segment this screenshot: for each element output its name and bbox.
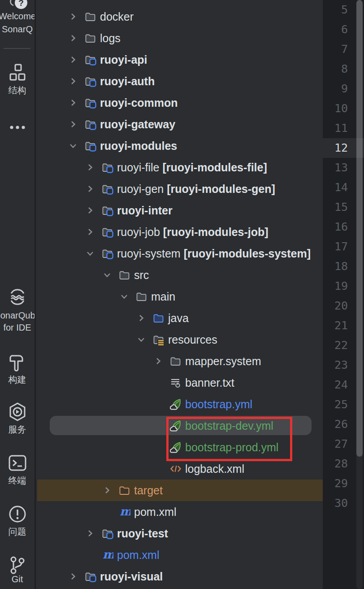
chevron-down-icon[interactable] (119, 291, 130, 302)
chevron-spacer (102, 506, 113, 518)
tree-row-mapper.system[interactable]: mapper.system (37, 350, 323, 372)
tree-item-label: java (168, 312, 189, 325)
sidebar-label-git: Git (0, 574, 35, 585)
tree-item-label: pom.xml (117, 549, 159, 562)
tree-item-label: resources (168, 333, 217, 346)
help-bubble-icon: ? (8, 0, 27, 13)
tree-scrollbar-thumb[interactable] (356, 0, 363, 457)
tree-item-label: ruoyi-inter (117, 204, 173, 217)
tree-row-pom.xml[interactable]: mpom.xml (37, 544, 323, 566)
tree-row-target[interactable]: target (37, 480, 323, 501)
tree-item-label: ruoyi-gateway (100, 118, 175, 131)
chevron-down-icon (85, 248, 95, 259)
services-icon (8, 402, 27, 422)
module-folder-icon (102, 248, 113, 259)
chevron-right-icon[interactable] (85, 528, 95, 539)
tree-row-ruoyi-api[interactable]: ruoyi-api (37, 49, 323, 70)
sidebar-label-problems: 问题 (0, 526, 35, 538)
chevron-right-icon[interactable] (85, 226, 95, 238)
tool-window-stripe: ? Welcome SonarQ 结构SonarQubefor IDE构建服务终… (0, 0, 36, 589)
sidebar-item-git[interactable] (0, 555, 35, 575)
tree-row-resources[interactable]: resources (37, 329, 323, 350)
sidebar-label-terminal: 终端 (0, 475, 35, 487)
tree-row-ruoyi-auth[interactable]: ruoyi-auth (37, 70, 323, 92)
tree-row-ruoyi-gen[interactable]: ruoyi-gen [ruoyi-modules-gen] (37, 178, 323, 200)
tree-row-ruoyi-modules[interactable]: ruoyi-modules (37, 135, 323, 157)
chevron-down-icon (136, 334, 147, 345)
tree-row-logback.xml[interactable]: logback.xml (37, 458, 323, 480)
tree-row-main[interactable]: main (37, 286, 323, 307)
tree-item-label: banner.txt (185, 376, 234, 389)
sidebar-item-structure[interactable] (0, 63, 35, 83)
hammer-icon (8, 353, 27, 372)
spring-file-icon (170, 398, 182, 410)
tree-item-label: ruoyi-visual (100, 570, 163, 583)
module-folder-icon (85, 75, 96, 87)
sidebar-item-problems[interactable] (0, 504, 35, 524)
sidebar-item-build[interactable] (0, 353, 35, 372)
tree-row-java[interactable]: java (37, 307, 323, 329)
chevron-right-icon[interactable] (68, 571, 78, 582)
chevron-right-icon[interactable] (68, 11, 78, 22)
tree-row-ruoyi-inter[interactable]: ruoyi-inter (37, 200, 323, 221)
chevron-right-icon[interactable] (68, 97, 78, 109)
sidebar-item-sonarqube[interactable] (0, 287, 35, 307)
tree-item-label: main (151, 290, 175, 303)
chevron-right-icon[interactable] (68, 75, 78, 87)
project-tree: dockerlogsruoyi-apiruoyi-authruoyi-commo… (37, 0, 323, 589)
chevron-down-icon[interactable] (136, 334, 147, 345)
tree-row-ruoyi-gateway[interactable]: ruoyi-gateway (37, 113, 323, 135)
chevron-right-icon[interactable] (85, 161, 95, 173)
folder-icon (170, 355, 182, 367)
chevron-right-icon[interactable] (102, 484, 113, 496)
tree-row-ruoyi-system[interactable]: ruoyi-system [ruoyi-modules-system] (37, 243, 323, 264)
chevron-spacer (85, 549, 95, 561)
chevron-right-icon[interactable] (68, 118, 78, 130)
chevron-down-icon[interactable] (85, 248, 95, 259)
tree-item-label: target (134, 484, 163, 497)
chevron-right-icon[interactable] (85, 183, 95, 195)
tree-row-ruoyi-visual[interactable]: ruoyi-visual (37, 566, 323, 587)
tree-row-banner.txt[interactable]: banner.txt (37, 372, 323, 393)
chevron-right-icon[interactable] (153, 355, 164, 367)
tree-item-label: ruoyi-api (100, 53, 147, 66)
tree-item-label: src (134, 269, 149, 282)
tree-item-label: ruoyi-auth (100, 75, 155, 88)
sidebar-label-services: 服务 (0, 423, 35, 436)
tree-row-bootstrap.yml[interactable]: bootstrap.yml (37, 393, 323, 415)
chevron-right-icon[interactable] (68, 32, 78, 44)
chevron-spacer (153, 420, 164, 432)
folder-icon (85, 11, 96, 22)
tree-row-logs[interactable]: logs (37, 27, 323, 49)
module-folder-icon (85, 140, 96, 152)
tree-row-ruoyi-job[interactable]: ruoyi-job [ruoyi-modules-job] (37, 221, 323, 243)
maven-file-icon: m (102, 549, 113, 561)
module-folder-icon (85, 118, 96, 130)
chevron-right-icon (68, 32, 78, 44)
sidebar-item-welcome-sonarqube[interactable]: ? (0, 0, 35, 13)
tree-row-pom.xml[interactable]: mpom.xml (37, 501, 323, 523)
chevron-down-icon (102, 269, 113, 281)
chevron-right-icon[interactable] (68, 54, 78, 65)
terminal-icon (8, 453, 27, 473)
tree-item-label: bootstrap.yml (185, 398, 252, 411)
tree-item-label: ruoyi-modules (100, 140, 177, 153)
annotation-red-box (166, 417, 292, 461)
sonarqube-icon (8, 287, 27, 307)
sidebar-item-more[interactable] (0, 118, 35, 137)
chevron-right-icon[interactable] (136, 312, 147, 324)
tree-row-src[interactable]: src (37, 264, 323, 286)
sidebar-item-terminal[interactable] (0, 453, 35, 473)
tree-row-ruoyi-test[interactable]: ruoyi-test (37, 523, 323, 544)
chevron-down-icon[interactable] (68, 140, 78, 152)
tree-row-ruoyi-file[interactable]: ruoyi-file [ruoyi-modules-file] (37, 157, 323, 178)
module-folder-icon (85, 97, 96, 109)
folder-icon (136, 291, 147, 302)
tree-row-docker[interactable]: docker (37, 6, 323, 27)
tree-row-ruoyi-common[interactable]: ruoyi-common (37, 92, 323, 113)
chevron-down-icon[interactable] (102, 269, 113, 281)
maven-file-icon: m (119, 506, 130, 518)
sidebar-item-services[interactable] (0, 402, 35, 422)
chevron-right-icon[interactable] (85, 205, 95, 216)
chevron-right-icon (68, 54, 78, 65)
